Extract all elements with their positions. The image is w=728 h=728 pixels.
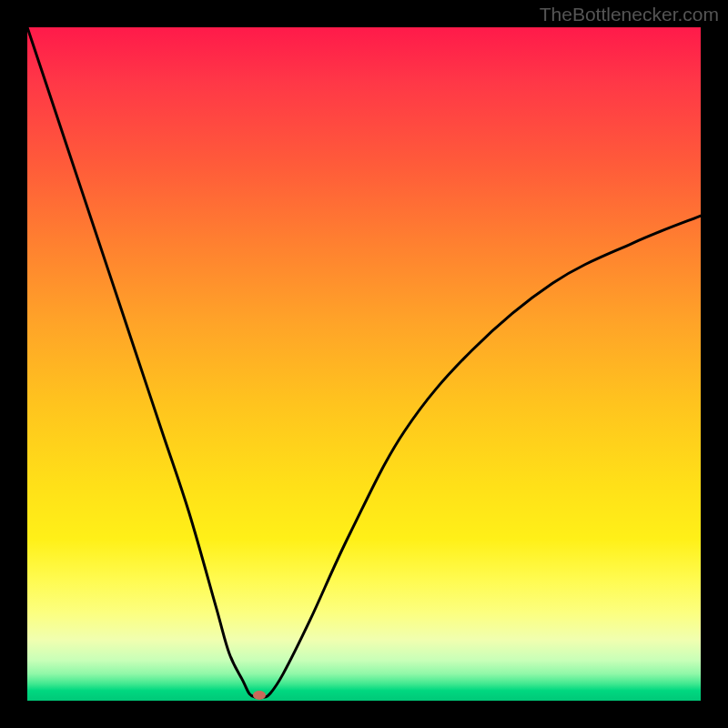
chart-plot-area	[27, 27, 701, 701]
optimal-point-marker	[253, 691, 266, 700]
bottleneck-curve	[27, 27, 701, 698]
curve-layer	[27, 27, 701, 701]
watermark-text: TheBottlenecker.com	[540, 4, 719, 25]
